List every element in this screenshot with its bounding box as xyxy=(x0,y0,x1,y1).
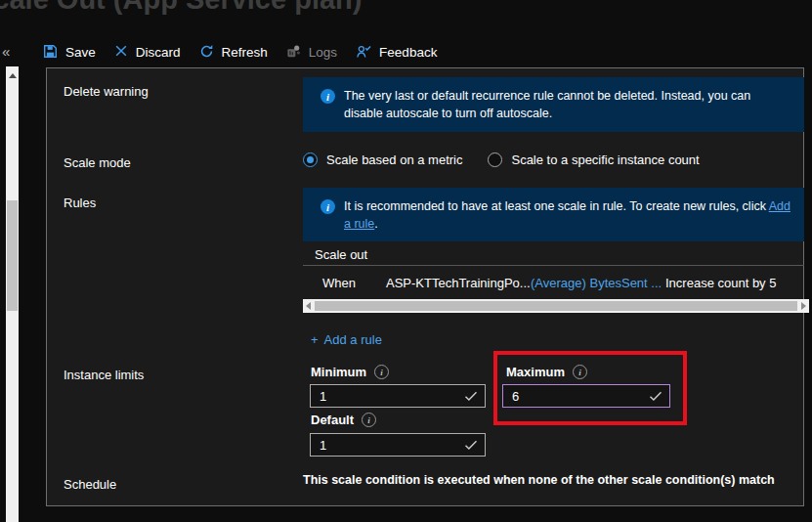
feedback-button[interactable]: Feedback xyxy=(356,44,437,62)
rule-resource-cell: ASP-KTTechTrainingPo... xyxy=(386,276,531,290)
page-title-text: Scale Out (App Service plan) xyxy=(0,0,362,15)
discard-button[interactable]: Discard xyxy=(114,44,181,61)
maximum-label: Maximum i xyxy=(506,365,587,379)
info-circle-icon: i xyxy=(573,365,587,379)
schedule-condition-text: This scale condition is executed when no… xyxy=(303,473,775,487)
plus-icon: + xyxy=(311,332,319,347)
rules-info-text: It is recommended to have at least one s… xyxy=(344,198,791,234)
radio-unselected-icon xyxy=(488,152,502,167)
save-button[interactable]: Save xyxy=(43,44,96,62)
scroll-up-button[interactable] xyxy=(6,66,19,84)
add-rule-label: Add a rule xyxy=(324,332,382,347)
scroll-left-icon[interactable] xyxy=(306,302,311,310)
rule-when-cell: When xyxy=(322,276,356,290)
scale-mode-options: Scale based on a metric Scale to a speci… xyxy=(303,149,700,170)
horizontal-scrollbar-thumb[interactable] xyxy=(315,301,797,311)
scale-rule-row[interactable]: When ASP-KTTechTrainingPo... (Average) B… xyxy=(303,271,804,296)
maximum-input[interactable] xyxy=(502,384,670,408)
logs-icon xyxy=(286,44,301,62)
delete-warning-info-text: The very last or default recurrence rule… xyxy=(344,88,791,123)
delete-warning-infobox: i The very last or default recurrence ru… xyxy=(303,77,804,132)
default-label-text: Default xyxy=(311,413,354,427)
radio-scale-based-on-metric[interactable]: Scale based on a metric xyxy=(303,152,462,167)
scroll-right-icon[interactable] xyxy=(801,302,806,310)
minimum-label: Minimum i xyxy=(311,365,389,379)
rules-info-suffix: . xyxy=(374,217,377,231)
valid-check-icon xyxy=(649,391,662,402)
feedback-label: Feedback xyxy=(379,45,437,60)
scale-out-section-header: Scale out xyxy=(303,243,804,266)
delete-warning-label: Delete warning xyxy=(64,84,149,99)
triangle-up-icon xyxy=(9,73,17,78)
save-label: Save xyxy=(65,45,96,60)
rules-infobox: i It is recommended to have at least one… xyxy=(303,188,804,241)
info-circle-icon: i xyxy=(374,365,389,379)
vertical-scrollbar[interactable] xyxy=(6,66,19,522)
default-input-wrap xyxy=(310,433,486,457)
minimum-label-text: Minimum xyxy=(311,365,366,379)
horizontal-scrollbar[interactable] xyxy=(303,299,809,313)
info-icon: i xyxy=(321,199,335,214)
vertical-scrollbar-thumb[interactable] xyxy=(7,200,18,311)
valid-check-icon xyxy=(464,440,478,451)
maximum-input-wrap xyxy=(502,384,670,408)
radio-label: Scale based on a metric xyxy=(326,152,462,167)
feedback-icon xyxy=(356,44,371,62)
refresh-label: Refresh xyxy=(222,45,268,60)
default-label: Default i xyxy=(311,413,376,427)
refresh-button[interactable]: Refresh xyxy=(199,44,268,62)
rule-metric-link[interactable]: (Average) BytesSent ... xyxy=(531,276,662,290)
info-icon: i xyxy=(321,89,335,104)
minimum-input-wrap xyxy=(310,384,486,408)
save-icon xyxy=(43,44,58,62)
scale-mode-label: Scale mode xyxy=(64,155,131,170)
minimum-input[interactable] xyxy=(310,384,486,408)
instance-limits-label: Instance limits xyxy=(64,368,144,382)
logs-button[interactable]: Logs xyxy=(286,44,337,62)
rules-info-prefix: It is recommended to have at least one s… xyxy=(344,199,769,213)
valid-check-icon xyxy=(464,391,478,402)
schedule-label: Schedule xyxy=(64,477,116,492)
scale-out-title: Scale out xyxy=(315,247,367,262)
discard-label: Discard xyxy=(136,45,181,60)
page-title: Scale Out (App Service plan) xyxy=(0,0,489,15)
azure-scale-out-page: Scale Out (App Service plan) « Save Disc… xyxy=(0,0,812,522)
logs-label: Logs xyxy=(309,45,337,60)
command-bar: Save Discard Refresh Logs Feedback xyxy=(43,39,437,65)
rules-label: Rules xyxy=(64,196,96,210)
refresh-icon xyxy=(199,44,214,62)
discard-icon xyxy=(114,44,128,61)
radio-scale-to-instance-count[interactable]: Scale to a specific instance count xyxy=(488,152,699,167)
info-circle-icon: i xyxy=(362,413,376,427)
collapse-panel-button[interactable]: « xyxy=(2,43,10,60)
rule-action-cell: Increase count by 5 xyxy=(665,276,776,290)
default-input[interactable] xyxy=(310,433,486,457)
maximum-label-text: Maximum xyxy=(506,365,565,379)
radio-label: Scale to a specific instance count xyxy=(511,152,699,167)
add-rule-button[interactable]: + Add a rule xyxy=(311,332,382,347)
radio-dot xyxy=(307,156,314,163)
radio-selected-icon xyxy=(303,152,318,167)
